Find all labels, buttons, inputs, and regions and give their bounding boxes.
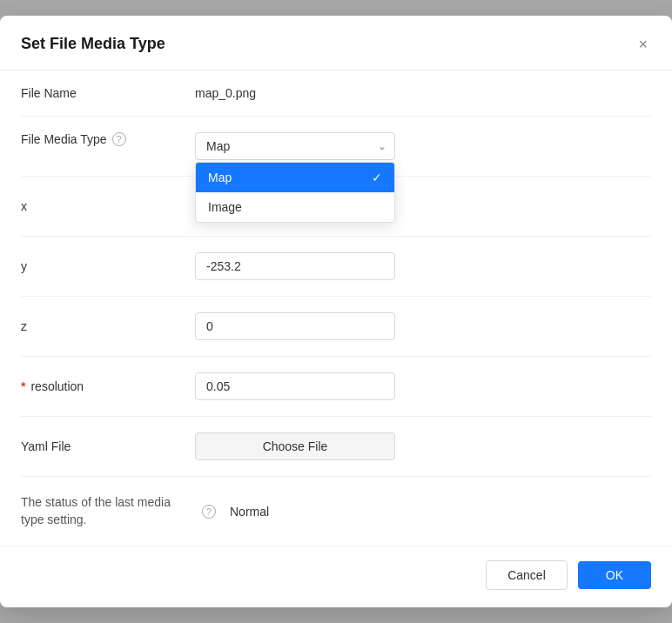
dropdown-menu: Map ✓ Image <box>195 162 395 223</box>
file-name-row: File Name map_0.png <box>21 70 651 117</box>
z-row: z <box>21 297 651 357</box>
file-media-type-row: File Media Type ? Map Image ⌄ Map ✓ <box>21 117 651 177</box>
file-media-type-dropdown-wrapper: Map Image ⌄ Map ✓ Image <box>195 132 395 160</box>
z-input[interactable] <box>195 312 395 340</box>
resolution-input[interactable] <box>195 372 395 400</box>
y-row: y <box>21 237 651 297</box>
yaml-file-row: Yaml File Choose File <box>21 417 651 477</box>
status-row: The status of the last media type settin… <box>21 477 651 546</box>
dialog: Set File Media Type × File Name map_0.pn… <box>0 16 672 607</box>
cancel-button[interactable]: Cancel <box>486 560 568 590</box>
x-label: x <box>21 199 195 213</box>
dropdown-option-map[interactable]: Map ✓ <box>196 163 394 192</box>
yaml-file-label: Yaml File <box>21 439 195 453</box>
resolution-label: * resolution <box>21 379 195 393</box>
file-name-label: File Name <box>21 86 195 100</box>
check-icon: ✓ <box>372 171 382 184</box>
file-media-type-help-icon: ? <box>112 132 126 146</box>
status-value: Normal <box>230 505 269 519</box>
z-label: z <box>21 319 195 333</box>
resolution-row: * resolution <box>21 357 651 417</box>
form-body: File Name map_0.png File Media Type ? Ma… <box>0 70 672 546</box>
required-marker: * <box>21 379 25 393</box>
close-button[interactable]: × <box>635 33 651 56</box>
file-name-value: map_0.png <box>195 86 256 100</box>
choose-file-button[interactable]: Choose File <box>195 432 395 460</box>
modal-footer: Cancel OK <box>0 546 672 607</box>
y-input[interactable] <box>195 252 395 280</box>
modal-title: Set File Media Type <box>21 35 165 53</box>
status-label: The status of the last media type settin… <box>21 494 195 528</box>
ok-button[interactable]: OK <box>578 561 651 589</box>
modal-overlay: Set File Media Type × File Name map_0.pn… <box>0 0 672 623</box>
modal-header: Set File Media Type × <box>0 16 672 70</box>
dropdown-option-image[interactable]: Image <box>196 192 394 222</box>
status-help-icon: ? <box>202 505 216 519</box>
file-media-type-label: File Media Type ? <box>21 132 195 146</box>
y-label: y <box>21 259 195 273</box>
file-media-type-select[interactable]: Map Image <box>195 132 395 160</box>
